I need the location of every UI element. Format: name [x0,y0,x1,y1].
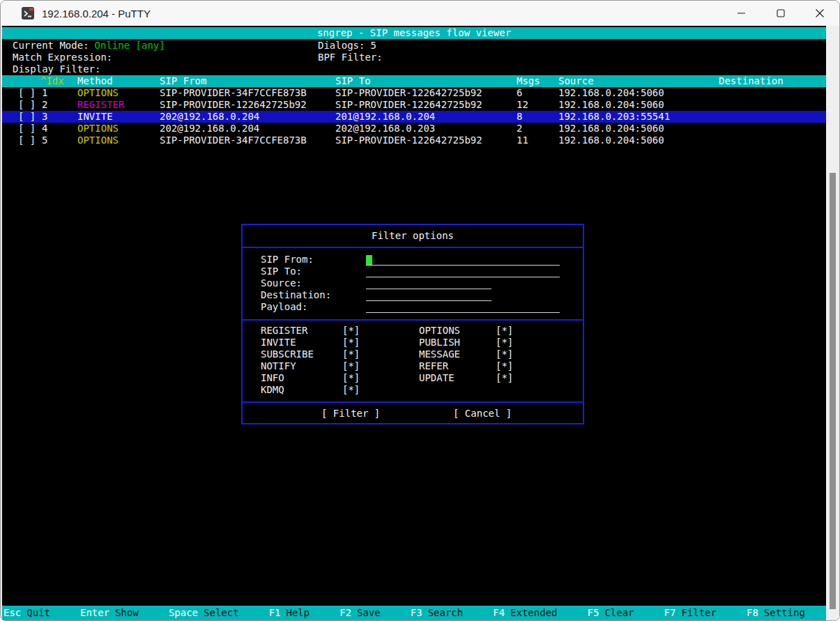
minimize-button[interactable] [722,1,761,26]
checkbox-kdmq[interactable]: [*] [342,384,360,396]
bpf-filter-label: BPF Filter: [318,52,383,63]
header-method[interactable]: Method [77,75,113,87]
header-destination[interactable]: Destination [719,75,784,87]
cell-check: [ ] [18,135,36,146]
fkey-label: F8 [747,607,758,618]
fkey-label: F1 [269,607,281,618]
cell-source: 192.168.0.204:5060 [558,87,664,99]
fkey-f1: F1Help [269,606,310,620]
cell-sip-to: SIP-PROVIDER-122642725b92 [335,99,482,111]
fkey-space: SpaceSelect [169,606,239,620]
cell-sip-from: 202@192.168.0.204 [160,123,259,135]
dialog-field-row: Destination: [243,289,583,301]
cell-sip-from: SIP-PROVIDER-122642725b92 [160,99,307,111]
header-msgs[interactable]: Msgs [517,75,540,87]
cell-sip-from: SIP-PROVIDER-34F7CCFE873B [160,87,307,99]
checkbox-label-message: MESSAGE [419,348,460,360]
cell-idx: 5 [42,135,47,146]
terminal-screen: sngrep - SIP messages flow viewer Curren… [2,26,826,620]
dialog-field-row: Payload: [243,301,583,313]
cell-method: OPTIONS [77,135,119,146]
sngrep-title-bar: sngrep - SIP messages flow viewer [2,27,826,39]
fkey-label: F7 [664,607,676,618]
checkbox-row-message: MESSAGE[*] [243,348,583,360]
table-row[interactable]: [ ]1OPTIONSSIP-PROVIDER-34F7CCFE873BSIP-… [2,87,826,99]
cell-method: REGISTER [77,99,124,111]
fkey-enter: EnterShow [80,606,139,620]
fkey-f8: F8Setting [747,606,805,620]
cell-sip-to: 201@192.168.0.204 [335,111,435,123]
dialog-divider-2 [243,401,583,403]
checkbox-label-options: OPTIONS [419,325,460,337]
filter-dialog: Filter options SIP From:SIP To:Source:De… [241,224,584,424]
cell-msgs: 11 [517,135,528,146]
dialogs-value: 5 [370,40,376,51]
fkey-label: Space [169,607,198,618]
fkey-label: F2 [339,607,351,618]
cell-msgs: 8 [517,111,522,123]
fkey-action: Show [115,607,139,618]
cell-check: [ ] [18,99,36,111]
cell-idx: 3 [42,111,47,123]
status-line-1: Current Mode:Online [any] Dialogs:5 [2,40,826,52]
checkbox-label-kdmq: KDMQ [261,384,284,396]
fkey-action: Filter [681,607,717,618]
scrollbar[interactable] [826,26,840,620]
match-expression-label: Match Expression: [13,52,112,63]
maximize-button[interactable] [761,1,800,26]
fkey-action: Quit [26,607,50,618]
table-row[interactable]: [ ]2REGISTERSIP-PROVIDER-122642725b92SIP… [2,99,826,111]
payload-input[interactable] [366,302,560,313]
scrollbar-thumb[interactable] [830,173,836,609]
cell-sip-to: SIP-PROVIDER-122642725b92 [335,87,482,99]
cell-method: INVITE [77,111,113,123]
dialogs-label: Dialogs: [318,40,365,51]
source-input[interactable] [366,278,491,289]
cell-source: 192.168.0.204:5060 [558,99,664,111]
sip-from-input[interactable] [366,254,560,266]
fkey-action: Search [428,607,464,618]
titlebar: 192.168.0.204 - PuTTY [1,1,839,26]
table-row[interactable]: [ ]5OPTIONSSIP-PROVIDER-34F7CCFE873BSIP-… [2,135,826,146]
cell-check: [ ] [18,87,36,99]
current-mode-value: Online [any] [95,40,165,51]
destination-input[interactable] [366,290,491,301]
checkbox-message[interactable]: [*] [496,348,513,360]
checkbox-row-options: OPTIONS[*] [243,325,583,337]
cell-msgs: 2 [517,123,522,135]
field-label-destination: Destination: [261,289,331,301]
header-sip-to[interactable]: SIP To [335,75,371,87]
header-sip-from[interactable]: SIP From [160,75,206,87]
cancel-button[interactable]: [ Cancel ] [453,408,512,420]
display-filter-label: Display Filter: [13,63,100,75]
filter-button[interactable]: [ Filter ] [321,408,380,420]
checkbox-update[interactable]: [*] [496,372,513,384]
fkey-f5: F5Clear [588,606,634,620]
checkbox-refer[interactable]: [*] [496,360,513,372]
maximize-icon [777,9,785,17]
close-button[interactable] [800,1,839,26]
minimize-icon [738,9,746,17]
sip-to-input[interactable] [366,266,560,277]
table-row[interactable]: [ ]4OPTIONS202@192.168.0.204202@192.168.… [2,123,826,135]
header-source[interactable]: Source [558,75,594,87]
text-cursor [366,255,372,265]
fkey-action: Clear [604,607,634,618]
fkey-f3: F3Search [411,606,463,620]
fkey-label: Esc [3,607,21,618]
cell-msgs: 12 [517,99,528,111]
checkbox-row-update: UPDATE[*] [243,372,583,384]
checkbox-options[interactable]: [*] [496,325,513,337]
table-row[interactable]: [ ]3INVITE202@192.168.0.204201@192.168.0… [2,111,826,123]
table-header: ^Idx Method SIP From SIP To Msgs Source … [2,75,826,87]
dialog-title: Filter options [243,225,583,248]
cell-check: [ ] [18,111,36,123]
header-idx-sorted[interactable]: ^Idx [40,75,64,87]
current-mode-label: Current Mode: [13,40,89,51]
close-icon [816,9,824,17]
field-label-sip-from: SIP From: [261,254,314,266]
window-controls [722,1,839,26]
checkbox-publish[interactable]: [*] [496,337,513,348]
putty-window: 192.168.0.204 - PuTTY sngrep - SIP messa… [0,0,840,621]
cell-sip-to: 202@192.168.0.203 [335,123,435,135]
